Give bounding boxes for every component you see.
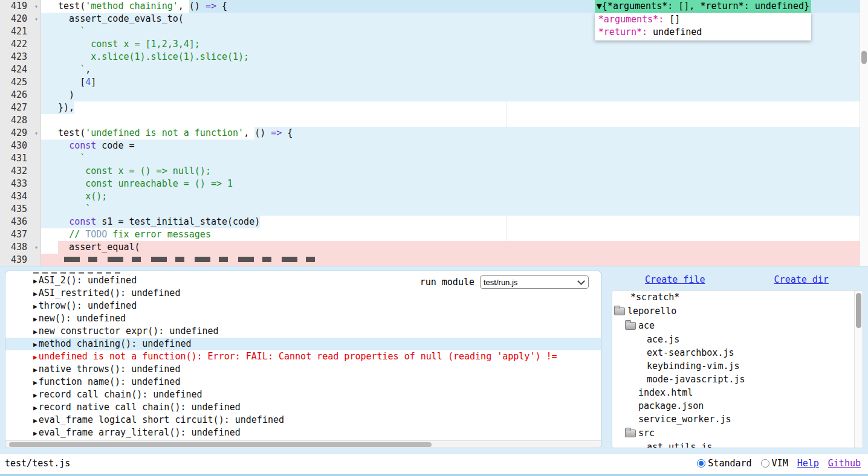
expand-arrow-icon[interactable]: ▶ xyxy=(33,328,37,336)
gutter-line-number[interactable]: 436 xyxy=(0,216,40,228)
code-line[interactable]: const code = xyxy=(41,140,868,152)
editor-scrollbar-thumb[interactable] xyxy=(861,51,867,64)
expand-arrow-icon[interactable]: ▶ xyxy=(33,303,37,310)
tree-folder[interactable]: src xyxy=(612,426,863,440)
fold-arrow-icon[interactable]: ▾ xyxy=(34,0,38,13)
gutter-line-number[interactable]: 425 xyxy=(0,76,40,89)
test-result-item[interactable]: ▶new(): undefined xyxy=(5,312,601,325)
code-line[interactable]: `, xyxy=(41,63,868,76)
expand-arrow-icon[interactable]: ▶ xyxy=(33,379,37,387)
results-horizontal-scrollbar-thumb[interactable] xyxy=(9,442,432,447)
gutter-line-number[interactable]: 433 xyxy=(0,178,40,190)
editor-scrollbar[interactable] xyxy=(860,0,868,266)
tree-file[interactable]: package.json xyxy=(612,399,863,413)
run-module-select[interactable]: test/run.js xyxy=(480,275,589,289)
tree-file[interactable]: keybinding-vim.js xyxy=(612,359,863,373)
gutter-line-number[interactable]: 432 xyxy=(0,165,40,178)
expand-arrow-icon[interactable]: ▶ xyxy=(33,429,37,437)
test-result-item[interactable]: ▶new constructor expr(): undefined xyxy=(5,325,601,338)
test-result-item[interactable]: ▶function name(): undefined xyxy=(5,376,601,388)
gutter-line-number[interactable]: 429▾ xyxy=(0,127,40,140)
tree-file[interactable]: *scratch* xyxy=(612,291,863,304)
gutter-line-number[interactable]: 428 xyxy=(0,114,40,127)
code-editor[interactable]: 419▾420▾421422423424425426427428429▾4304… xyxy=(0,0,868,266)
code-line[interactable] xyxy=(41,114,868,127)
gutter-line-number[interactable]: 424 xyxy=(0,63,40,76)
gutter-line-number[interactable]: 434 xyxy=(0,190,40,203)
help-link[interactable]: Help xyxy=(797,458,819,469)
tooltip-header[interactable]: ▼{*arguments*: [], *return*: undefined} xyxy=(595,0,811,13)
gutter-line-number[interactable]: 426 xyxy=(0,89,40,101)
gutter-line-number[interactable]: 421 xyxy=(0,25,40,38)
gutter-line-number[interactable]: 431 xyxy=(0,152,40,165)
code-line[interactable]: assert_equal( xyxy=(41,241,868,254)
file-tree[interactable]: *scratch*leporelloaceace.jsext-searchbox… xyxy=(612,290,863,448)
expand-arrow-icon[interactable]: ▶ xyxy=(33,391,37,399)
code-line[interactable]: [4] xyxy=(41,76,868,89)
gutter-line-number[interactable]: 419▾ xyxy=(0,0,40,13)
keybinding-vim-option[interactable]: VIM xyxy=(761,458,788,469)
file-tree-scrollbar-thumb[interactable] xyxy=(856,293,861,328)
radio-vim-icon[interactable] xyxy=(761,459,769,468)
tree-folder[interactable]: leporello xyxy=(612,304,863,318)
editor-gutter[interactable]: 419▾420▾421422423424425426427428429▾4304… xyxy=(0,0,41,266)
code-line[interactable] xyxy=(41,254,868,266)
code-line[interactable]: const x = () => null(); xyxy=(41,165,868,178)
file-tree-scrollbar[interactable] xyxy=(854,291,863,448)
test-result-item[interactable]: ▶ASI_restrited(): undefined xyxy=(5,287,601,300)
expand-arrow-icon[interactable]: ▶ xyxy=(33,417,37,425)
tree-file[interactable]: index.html xyxy=(612,386,863,399)
expand-arrow-icon[interactable]: ▶ xyxy=(33,341,37,349)
keybinding-standard-option[interactable]: Standard xyxy=(697,458,751,469)
code-line[interactable]: // TODO fix error messages xyxy=(41,228,868,241)
tree-file[interactable]: service_worker.js xyxy=(612,413,863,426)
create-dir-link[interactable]: Create dir xyxy=(774,274,829,285)
test-result-item[interactable]: ▶undefined is not a function(): Error: F… xyxy=(5,350,601,363)
expand-arrow-icon[interactable]: ▶ xyxy=(33,366,37,374)
gutter-line-number[interactable]: 430 xyxy=(0,140,40,152)
code-line[interactable]: ` xyxy=(41,203,868,216)
expand-arrow-icon[interactable]: ▶ xyxy=(33,404,37,412)
code-line[interactable]: x.slice(1).slice(1).slice(1); xyxy=(41,51,868,63)
gutter-line-number[interactable]: 435 xyxy=(0,203,40,216)
tree-file[interactable]: mode-javascript.js xyxy=(612,373,863,386)
test-result-item[interactable]: ▶native throws(): undefined xyxy=(5,363,601,376)
code-line[interactable]: const unreachable = () => 1 xyxy=(41,178,868,190)
code-line[interactable]: test('undefined is not a function', () =… xyxy=(41,127,868,140)
results-horizontal-scrollbar[interactable] xyxy=(5,440,601,448)
gutter-line-number[interactable]: 427 xyxy=(0,101,40,114)
gutter-line-number[interactable]: 438▾ xyxy=(0,241,40,254)
gutter-line-number[interactable]: 422 xyxy=(0,38,40,51)
tree-folder[interactable]: ace xyxy=(612,318,863,333)
fold-arrow-icon[interactable]: ▾ xyxy=(34,13,38,25)
gutter-line-number[interactable]: 420▾ xyxy=(0,13,40,25)
tooltip-row-return[interactable]: *return*:undefined xyxy=(598,26,806,39)
code-line[interactable]: }), xyxy=(41,101,868,114)
fold-arrow-icon[interactable]: ▾ xyxy=(34,241,38,254)
code-line[interactable]: x(); xyxy=(41,190,868,203)
github-link[interactable]: Github xyxy=(828,458,861,469)
tree-file[interactable]: ast_utils.js xyxy=(612,440,863,448)
expand-arrow-icon[interactable]: ▶ xyxy=(33,290,37,298)
expand-arrow-icon[interactable]: ▶ xyxy=(33,277,37,285)
test-result-item[interactable]: ▶eval_frame logical short circuit(): und… xyxy=(5,414,601,426)
gutter-line-number[interactable]: 437 xyxy=(0,228,40,241)
test-result-item[interactable]: ▶eval_frame array_literal(): undefined xyxy=(5,426,601,439)
expand-arrow-icon[interactable]: ▶ xyxy=(33,315,37,323)
tree-file[interactable]: ace.js xyxy=(612,333,863,346)
tooltip-row-arguments[interactable]: *arguments*:[] xyxy=(598,13,806,26)
gutter-line-number[interactable]: 423 xyxy=(0,51,40,63)
tree-file[interactable]: ext-searchbox.js xyxy=(612,346,863,359)
expand-arrow-icon[interactable]: ▶ xyxy=(33,353,37,361)
test-result-item[interactable]: ▶record native call chain(): undefined xyxy=(5,401,601,414)
test-result-item[interactable]: ▶throw(): undefined xyxy=(5,300,601,312)
code-line[interactable]: ` xyxy=(41,152,868,165)
test-result-item[interactable]: ▶method chaining(): undefined xyxy=(5,338,601,350)
create-file-link[interactable]: Create file xyxy=(645,274,705,285)
test-result-item[interactable]: ▶record call chain(): undefined xyxy=(5,388,601,401)
gutter-line-number[interactable]: 439 xyxy=(0,254,40,266)
fold-arrow-icon[interactable]: ▾ xyxy=(34,127,38,140)
code-line[interactable]: ) xyxy=(41,89,868,101)
code-line[interactable]: const s1 = test_initial_state(code) xyxy=(41,216,868,228)
radio-standard-icon[interactable] xyxy=(697,459,705,468)
